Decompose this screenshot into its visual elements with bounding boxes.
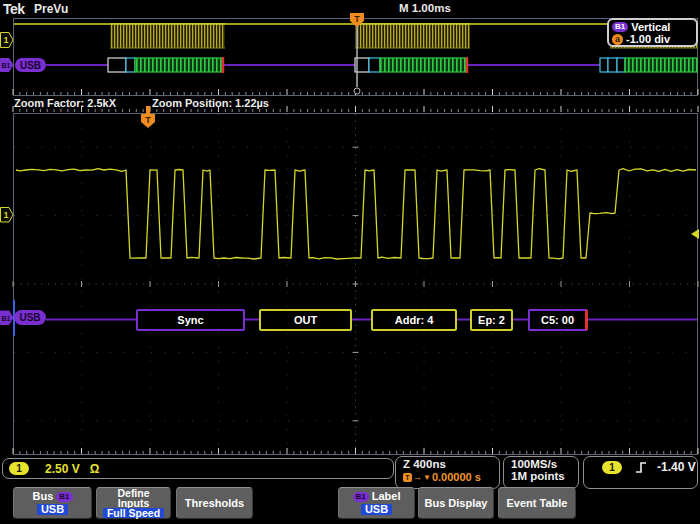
acquisition-mode-label: PreVu xyxy=(34,2,68,16)
vertical-badge-value: -1.00 div xyxy=(626,33,670,45)
bus-marker-main: B1 xyxy=(1,311,14,325)
menu-button-event-table[interactable]: Event Table xyxy=(498,487,576,519)
trigger-flag-icon: T xyxy=(403,473,412,482)
zoom-timebase-value: Z 400ns xyxy=(403,458,499,470)
menu-button-bus[interactable]: Bus B1 USB xyxy=(13,487,92,519)
menu-button-label[interactable]: B1 Label USB xyxy=(338,487,415,519)
oscilloscope-screen: { "header": { "logo": "Tek", "mode": "Pr… xyxy=(0,0,700,524)
vertical-badge-title: Vertical xyxy=(631,21,670,33)
channel1-marker-main: 1 xyxy=(1,208,14,223)
usb-packet-endpoint: Ep: 2 xyxy=(470,309,513,331)
usb-packet-addr: Addr: 4 xyxy=(371,309,457,331)
channel1-volts-per-div: 2.50 V xyxy=(45,462,80,476)
bus-vertical-badge[interactable]: B1 Vertical a -1.00 div xyxy=(607,18,698,47)
bus-name-pill-main: USB xyxy=(14,310,46,325)
menu-button-bus-display[interactable]: Bus Display xyxy=(418,487,494,519)
svg-text:B1: B1 xyxy=(2,315,11,322)
zoom-factor-label: Zoom Factor: 2.5kX xyxy=(14,97,116,109)
channel1-scale-readout: 1 2.50 V Ω xyxy=(2,458,394,479)
record-length-value: 1M points xyxy=(511,470,578,482)
label-button-value: USB xyxy=(361,504,392,515)
overview-waveform-window xyxy=(13,18,698,96)
b1-pill-icon: B1 xyxy=(353,492,369,502)
svg-text:B1: B1 xyxy=(2,62,11,69)
usb-packet-crc5: C5: 00 xyxy=(528,309,588,331)
svg-text:1: 1 xyxy=(4,210,9,220)
b1-pill-icon: B1 xyxy=(56,492,72,502)
define-inputs-value: Full Speed xyxy=(103,508,164,518)
sample-rate-value: 100MS/s xyxy=(511,458,578,470)
zoom-scale-readout: Z 400ns T → ▼ 0.00000 s xyxy=(395,456,500,489)
bus-button-value: USB xyxy=(37,504,68,515)
menu-button-thresholds[interactable]: Thresholds xyxy=(176,487,253,519)
zoom-position-value: 0.00000 s xyxy=(432,471,481,483)
bus-button-label: Bus xyxy=(32,491,53,502)
thresholds-label: Thresholds xyxy=(185,498,244,509)
channel1-impedance-icon: Ω xyxy=(90,462,100,476)
trigger-source-badge-icon: 1 xyxy=(602,461,622,474)
tek-logo: Tek xyxy=(3,1,25,17)
bus-display-label: Bus Display xyxy=(425,498,488,509)
b1-badge-icon: B1 xyxy=(612,22,628,32)
zoom-waveform-window xyxy=(13,113,698,455)
arrow-right-icon: → xyxy=(413,472,422,482)
event-table-label: Event Table xyxy=(507,498,568,509)
usb-packet-out: OUT xyxy=(259,309,352,331)
timebase-readout: M 1.00ms xyxy=(399,2,451,14)
bus-marker-overview: B1 xyxy=(1,59,14,72)
label-button-title: Label xyxy=(372,491,401,502)
menu-button-define-inputs[interactable]: Define Inputs Full Speed xyxy=(96,487,171,519)
triangle-down-icon: ▼ xyxy=(423,473,431,482)
multipurpose-knob-a-icon: a xyxy=(612,34,623,45)
acquisition-readout: 100MS/s 1M points xyxy=(503,456,579,489)
channel1-badge-icon: 1 xyxy=(9,462,29,475)
rising-edge-slope-icon xyxy=(635,461,647,474)
trigger-readout: 1 -1.40 V xyxy=(583,456,698,489)
svg-text:1: 1 xyxy=(4,35,9,45)
zoom-position-label: Zoom Position: 1.22µs xyxy=(152,97,269,109)
channel1-marker-overview: 1 xyxy=(1,33,14,48)
trigger-level-value: -1.40 V xyxy=(657,460,696,474)
usb-packet-sync: Sync xyxy=(136,309,245,331)
bus-name-pill-overview: USB xyxy=(15,58,46,72)
